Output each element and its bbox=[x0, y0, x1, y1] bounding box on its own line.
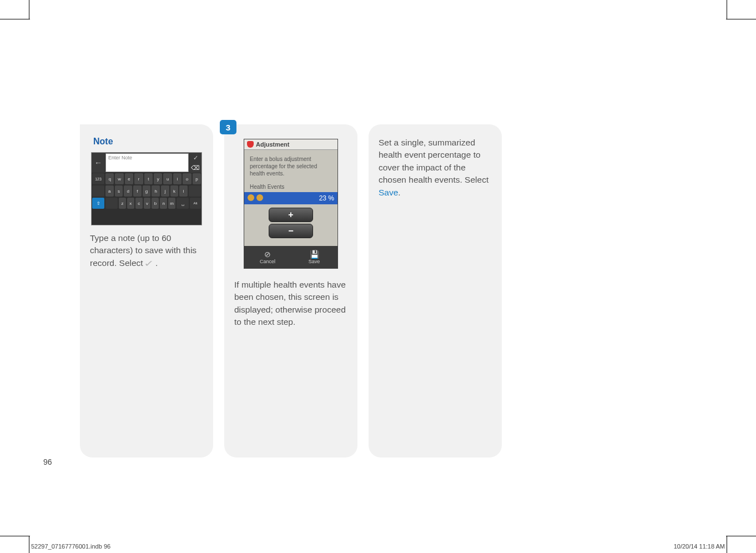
save-icon: 💾 bbox=[310, 250, 319, 258]
step-badge: 3 bbox=[220, 120, 236, 134]
keyboard-screenshot: ← Enter Note ✓ ⌫ 123 q w e r t y u i bbox=[91, 152, 202, 225]
checkmark-icon bbox=[145, 260, 155, 267]
note-input-placeholder: Enter Note bbox=[105, 153, 189, 172]
page-content: Note ← Enter Note ✓ ⌫ 123 q w e r t bbox=[30, 20, 726, 535]
save-button-mock: 💾 Save bbox=[291, 246, 337, 268]
adjustment-card: 3 Adjustment Enter a bolus adjustment pe… bbox=[224, 124, 357, 458]
percentage-value: 23 % bbox=[319, 194, 334, 202]
health-events-value-row: 23 % bbox=[244, 192, 337, 204]
keyboard-row-3: ⇧ z x c v b n m ␣ Alt bbox=[92, 197, 201, 209]
card-row: Note ← Enter Note ✓ ⌫ 123 q w e r t bbox=[80, 124, 502, 458]
note-caption: Type a note (up to 60 characters) to sav… bbox=[90, 232, 203, 269]
alt-key: Alt bbox=[190, 198, 201, 209]
adjustment-caption: If multiple health events have been chos… bbox=[234, 279, 347, 329]
note-heading: Note bbox=[93, 137, 203, 147]
save-link-text: Save bbox=[379, 188, 398, 197]
page-number: 96 bbox=[43, 458, 52, 466]
summary-caption: Set a single, summarized health event pe… bbox=[379, 137, 492, 199]
cancel-button-mock: ⊘ Cancel bbox=[244, 246, 291, 268]
plus-button-icon: + bbox=[269, 208, 313, 222]
adjustment-titlebar: Adjustment bbox=[244, 139, 337, 150]
footer-right: 10/20/14 11:18 AM bbox=[674, 543, 725, 550]
heart-icon bbox=[247, 141, 254, 148]
back-arrow-icon: ← bbox=[92, 153, 105, 173]
summary-card: Set a single, summarized health event pe… bbox=[369, 124, 502, 458]
minus-button-icon: − bbox=[269, 224, 313, 238]
space-key-icon: ␣ bbox=[177, 198, 189, 209]
shift-key-icon: ⇧ bbox=[92, 198, 104, 209]
adjustment-instruction: Enter a bolus adjustment percentage for … bbox=[250, 155, 332, 177]
health-events-label: Health Events bbox=[250, 184, 332, 190]
note-card: Note ← Enter Note ✓ ⌫ 123 q w e r t bbox=[80, 124, 213, 458]
adjustment-screenshot: Adjustment Enter a bolus adjustment perc… bbox=[244, 139, 338, 269]
backspace-icon: ⌫ bbox=[189, 163, 201, 173]
footer-left: 52297_07167776001.indb 96 bbox=[31, 543, 110, 550]
confirm-check-icon: ✓ bbox=[189, 153, 201, 163]
keyboard-row-1: 123 q w e r t y u i o p bbox=[92, 173, 201, 185]
cancel-icon: ⊘ bbox=[264, 250, 271, 258]
numeric-toggle-key: 123 bbox=[92, 173, 104, 184]
health-event-icons bbox=[248, 194, 265, 202]
keyboard-row-2: a s d f g h j k l bbox=[92, 185, 201, 197]
